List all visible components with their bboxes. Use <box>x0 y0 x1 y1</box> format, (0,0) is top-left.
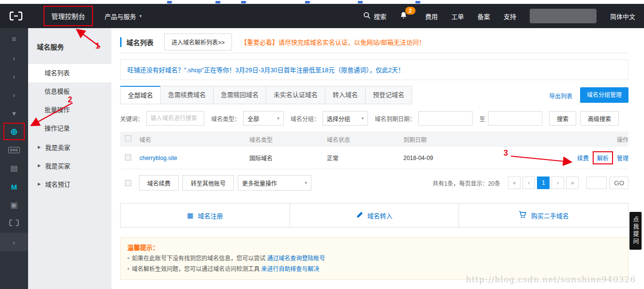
subnav-item-batch-ops[interactable]: 批量操作 <box>28 101 111 119</box>
main-content: 域名列表 进入域名解析列表>> 【重要必看】请尽快完成域名实名认证，以免网站/邮… <box>111 28 644 289</box>
batch-row: 域名续费 转至其他账号 更多批量操作 ▾ 共有1条，每页显示：20条 « ‹ 1… <box>120 175 629 191</box>
row-checkbox[interactable] <box>125 154 131 161</box>
rail-item-2[interactable]: › <box>0 67 28 85</box>
batch-transfer-button[interactable]: 转至其他账号 <box>183 175 234 191</box>
header-actions: 操作 <box>532 135 629 144</box>
domain-expiry: 2018-04-09 <box>403 155 532 161</box>
ask-me-tab[interactable]: 点我提问 <box>629 212 642 250</box>
products-services-menu[interactable]: 产品与服务 ▾ <box>105 12 142 21</box>
domain-link[interactable]: cherryblog.site <box>139 155 177 161</box>
topbar-item-support[interactable]: 支持 <box>504 12 516 21</box>
resolve-link[interactable]: 解析 <box>597 155 609 162</box>
topbar-item-tickets[interactable]: 工单 <box>451 12 464 21</box>
advanced-search-button[interactable]: 高级搜索 <box>580 111 619 126</box>
page-jump-input[interactable] <box>586 177 607 189</box>
goto-dns-list-button[interactable]: 进入域名解析列表>> <box>164 33 232 50</box>
domain-status: 正常 <box>327 154 403 162</box>
expiry-end-input[interactable] <box>488 111 542 126</box>
hamburger-icon: ≡ <box>12 35 16 43</box>
renew-link[interactable]: 续费 <box>577 154 589 162</box>
favicon-fragment <box>358 1 363 3</box>
subnav-group-label: 我是买家 <box>45 161 70 170</box>
group-label: 域名分组： <box>291 114 320 123</box>
tips-title: 温馨提示： <box>127 242 621 253</box>
group-select[interactable]: 选择分组 ▾ <box>322 111 368 126</box>
header-type: 域名类型 <box>249 135 327 144</box>
keyword-input[interactable] <box>146 111 204 126</box>
header-domain: 域名 <box>139 135 249 144</box>
rail-item-3[interactable]: › <box>0 85 28 104</box>
rail-item-4[interactable]: ▾ <box>0 104 28 122</box>
batch-more-select[interactable]: 更多批量操作 ▾ <box>238 175 311 191</box>
pagination-prev-button[interactable]: ‹ <box>522 177 535 189</box>
rail-expand-button[interactable]: › <box>0 233 28 251</box>
subnav-item-op-records[interactable]: 操作记录 <box>28 119 111 138</box>
rail-item-card[interactable]: ▣ <box>0 196 28 214</box>
batch-more-value: 更多批量操作 <box>242 179 277 187</box>
page-go-button[interactable]: GO <box>610 177 629 189</box>
search-submit-button[interactable]: 搜索 <box>549 111 576 126</box>
tab-renewal-needed[interactable]: 急需续费域名 <box>160 86 214 104</box>
pagination-first-button[interactable]: « <box>508 177 521 189</box>
pencil-icon <box>356 211 363 220</box>
tab-preregistered[interactable]: 预登记域名 <box>365 86 412 104</box>
pagination-page-1[interactable]: 1 <box>537 177 550 189</box>
type-select[interactable]: 全部 ▾ <box>243 111 284 126</box>
triangle-right-icon: ▶ <box>38 163 41 168</box>
manage-link[interactable]: 管理 <box>617 154 629 162</box>
chevron-down-icon: ▾ <box>12 110 16 117</box>
favicon-fragment <box>241 1 246 3</box>
panel-label: 域名转入 <box>368 211 393 220</box>
rail-item-m[interactable]: M <box>0 177 28 196</box>
batch-renew-button[interactable]: 域名续费 <box>139 175 179 191</box>
aliyun-logo-icon[interactable] <box>9 11 23 21</box>
batch-select-all-checkbox[interactable] <box>125 180 131 186</box>
panel-domain-register[interactable]: ▦ 域名注册 <box>121 204 290 227</box>
favicon-fragment <box>215 1 220 3</box>
m-product-icon: M <box>11 183 17 191</box>
subnav-item-info-template[interactable]: 信息模板 <box>28 82 111 101</box>
expiry-start-input[interactable] <box>418 111 473 126</box>
select-all-checkbox[interactable] <box>125 135 131 142</box>
cart-icon <box>519 211 527 220</box>
rail-item-domains[interactable]: ⊕ <box>0 122 28 141</box>
chevron-right-icon: › <box>13 54 15 62</box>
login-by-domain-link[interactable]: 通过域名查询登陆帐号 <box>267 255 325 262</box>
pagination-next-button[interactable]: › <box>552 177 564 189</box>
panel-buy-secondhand[interactable]: 购买二手域名 <box>459 204 628 227</box>
icon-rail: ≡ › › › ▾ ⊕ DNS ▤ M ▣ <box>0 28 28 289</box>
rail-item-1[interactable]: › <box>0 48 28 67</box>
chevron-down-icon: ▾ <box>139 14 142 18</box>
pagination-last-button[interactable]: » <box>566 177 579 189</box>
table-header-row: 域名 域名类型 域名状态 到期日期 操作 <box>120 131 629 147</box>
topbar-item-billing[interactable]: 费用 <box>425 12 438 21</box>
tab-transfer-in[interactable]: 转入域名 <box>325 86 366 104</box>
language-switch[interactable]: 简体中文 <box>610 12 635 21</box>
subnav-item-domain-list[interactable]: 域名列表 <box>28 64 111 82</box>
subnav-group-label: 我是卖家 <box>45 143 70 152</box>
user-account-blurred[interactable] <box>530 9 597 23</box>
subnav-group-seller[interactable]: ▶ 我是卖家 <box>28 138 111 156</box>
rail-menu-button[interactable]: ≡ <box>0 30 28 48</box>
search-button[interactable]: 搜索 <box>363 12 386 21</box>
panel-domain-transfer-in[interactable]: 域名转入 <box>290 204 459 227</box>
chevron-down-icon: ▾ <box>362 116 364 121</box>
domain-group-manage-button[interactable]: 域名分组管理 <box>580 87 629 103</box>
tab-all-domains[interactable]: 全部域名 <box>120 86 161 104</box>
notifications-button[interactable]: 2 <box>400 11 412 21</box>
subnav-group-prebook[interactable]: ▶ 域名预订 <box>28 175 111 193</box>
self-check-tool-link[interactable]: 来进行自助排查与解决 <box>261 266 320 273</box>
monitor-icon: ▣ <box>10 201 17 209</box>
tab-unverified[interactable]: 未实名认证域名 <box>266 86 325 104</box>
console-nav-button[interactable]: 管理控制台 <box>44 6 93 26</box>
rail-item-dns[interactable]: DNS <box>0 141 28 159</box>
topbar-item-icp[interactable]: 备案 <box>477 12 490 21</box>
tips-line-2-text: 域名解析生效问题，您可以通过域名访问检测工具 <box>132 266 260 273</box>
export-list-link[interactable]: 导出列表 <box>549 92 572 100</box>
rail-item-server[interactable]: ▤ <box>0 159 28 177</box>
tab-redeem-needed[interactable]: 急需赎回域名 <box>213 86 266 104</box>
topbar-right: 搜索 2 费用 工单 备案 支持 简体中文 <box>363 9 635 23</box>
promo-banner[interactable]: 旺铺还没有好域名？".shop"正在等你！3月29日-3月30日首年注册低至18… <box>120 59 629 80</box>
rail-item-brackets[interactable] <box>0 214 28 233</box>
subnav-group-buyer[interactable]: ▶ 我是买家 <box>28 156 111 175</box>
